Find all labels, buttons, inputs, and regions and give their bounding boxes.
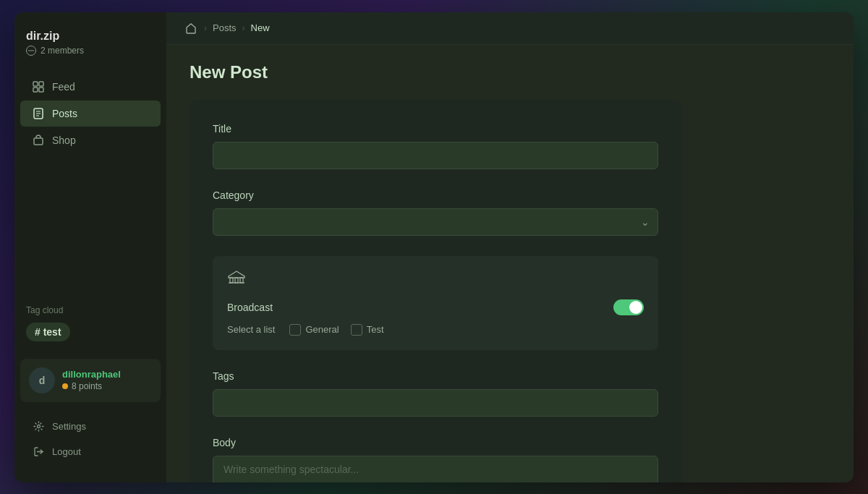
body-label: Body [213, 437, 658, 448]
title-input[interactable] [213, 142, 658, 169]
home-icon[interactable] [184, 21, 198, 35]
tag-badge[interactable]: # test [26, 323, 70, 341]
logout-icon [32, 446, 45, 459]
settings-label: Settings [52, 421, 86, 432]
main-content: › Posts › New New Post Title Category [166, 12, 854, 482]
sidebar-item-shop[interactable]: Shop [20, 127, 161, 153]
sidebar-footer: Settings Logout [14, 408, 166, 471]
svg-point-9 [37, 425, 40, 428]
body-textarea[interactable] [213, 456, 658, 482]
broadcast-toggle[interactable] [613, 299, 644, 315]
shop-icon [32, 134, 45, 147]
app-window: dir.zip 2 members Feed [14, 12, 854, 482]
checkbox-general-label: General [305, 324, 339, 335]
globe-icon [26, 46, 36, 56]
user-points: 8 points [62, 381, 152, 391]
category-select-wrapper: ⌄ [213, 208, 658, 236]
tag-cloud-section: Tag cloud # test [14, 294, 166, 353]
svg-rect-12 [235, 278, 238, 283]
posts-label: Posts [52, 108, 77, 119]
svg-rect-13 [240, 278, 243, 283]
title-label: Title [213, 123, 658, 135]
select-list-row: Select a list General Test [227, 324, 644, 336]
user-info: dillonraphael 8 points [62, 369, 152, 391]
points-dot [62, 383, 68, 389]
tags-group: Tags [213, 370, 658, 417]
category-select[interactable] [213, 208, 658, 236]
svg-rect-3 [39, 88, 43, 92]
broadcast-label: Broadcast [227, 302, 273, 313]
breadcrumb-current: New [251, 22, 270, 33]
brand-section: dir.zip 2 members [14, 24, 166, 67]
logout-item[interactable]: Logout [20, 440, 161, 464]
posts-icon [32, 107, 45, 120]
settings-item[interactable]: Settings [20, 414, 161, 439]
select-list-label: Select a list [227, 324, 275, 335]
tags-input[interactable] [213, 389, 658, 417]
broadcast-card: Broadcast Select a list General [213, 256, 658, 350]
svg-rect-1 [39, 82, 43, 86]
feed-icon [32, 80, 45, 93]
points-label: 8 points [72, 381, 102, 391]
checkbox-general-box[interactable] [289, 324, 301, 336]
checkbox-general[interactable]: General [289, 324, 339, 336]
shop-label: Shop [52, 135, 76, 146]
svg-rect-11 [230, 278, 233, 283]
sidebar-item-posts[interactable]: Posts [20, 101, 161, 127]
body-group: Body [213, 437, 658, 482]
logout-label: Logout [52, 446, 81, 457]
checkbox-test[interactable]: Test [351, 324, 384, 336]
sidebar-item-feed[interactable]: Feed [20, 74, 161, 100]
breadcrumb-sep-1: › [204, 23, 207, 33]
main-scroll: New Post Title Category ⌄ [166, 45, 854, 482]
breadcrumb: › Posts › New [166, 12, 854, 45]
brand-name: dir.zip [26, 30, 155, 43]
feed-label: Feed [52, 81, 75, 93]
new-post-form: Title Category ⌄ [190, 100, 681, 482]
tag-cloud-label: Tag cloud [26, 305, 155, 315]
broadcast-row: Broadcast [227, 299, 644, 315]
title-group: Title [213, 123, 658, 169]
avatar: d [29, 367, 55, 393]
toggle-knob [629, 301, 642, 314]
tags-label: Tags [213, 370, 658, 382]
checkbox-test-box[interactable] [351, 324, 362, 336]
members-label: 2 members [41, 46, 84, 56]
brand-members: 2 members [26, 46, 155, 56]
breadcrumb-posts[interactable]: Posts [213, 22, 237, 33]
checkbox-group: General Test [289, 324, 383, 336]
page-title: New Post [190, 62, 830, 82]
username: dillonraphael [62, 369, 152, 380]
sidebar-nav: Feed Posts [14, 67, 166, 294]
svg-rect-8 [34, 138, 43, 145]
category-label: Category [213, 189, 658, 201]
user-section[interactable]: d dillonraphael 8 points [20, 359, 161, 402]
svg-rect-0 [33, 82, 38, 86]
breadcrumb-sep-2: › [242, 23, 245, 33]
category-group: Category ⌄ [213, 189, 658, 236]
sidebar: dir.zip 2 members Feed [14, 12, 166, 482]
settings-icon [32, 420, 45, 433]
checkbox-test-label: Test [367, 324, 384, 335]
svg-rect-2 [33, 88, 38, 92]
broadcast-icon [227, 271, 247, 291]
